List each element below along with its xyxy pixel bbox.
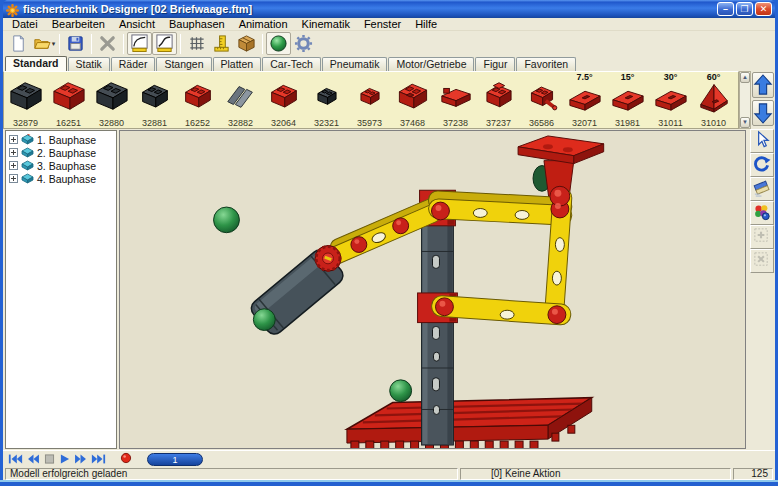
palette-part-31010[interactable]: 60°31010 [692,72,735,128]
tab-car-tech[interactable]: Car-Tech [262,57,321,71]
model-viewport-3d[interactable] [119,130,746,449]
open-folder-button[interactable]: ▾ [31,32,56,55]
settings-gear-button[interactable] [291,32,316,55]
title-bar[interactable]: fischertechnik Designer [02 Briefwaage.f… [3,0,775,18]
rotate-view-button[interactable] [750,153,774,177]
part-number: 31010 [701,118,726,128]
expand-plus-icon[interactable] [9,135,18,144]
grid-button[interactable] [184,32,209,55]
palette-part-32071[interactable]: 7.5°32071 [563,72,606,128]
palette-part-32881[interactable]: 32881 [133,72,176,128]
palette-part-32882[interactable]: 32882 [219,72,262,128]
menu-item-ansicht[interactable]: Ansicht [112,18,162,30]
base-plate[interactable] [347,398,592,448]
palette-scrollbar[interactable]: ▲ ▼ [739,71,751,129]
green-ball[interactable] [390,380,412,402]
palette-part-32880[interactable]: 32880 [90,72,133,128]
animation-curve2-button[interactable] [152,32,177,55]
tab-standard[interactable]: Standard [5,56,67,71]
tab-favoriten[interactable]: Favoriten [516,57,576,71]
palette-part-32879[interactable]: 32879 [4,72,47,128]
parts-palette: 3287916251328803288116252328823206432321… [3,71,739,129]
sidebar-item-bauphase-4[interactable]: 4. Bauphase [6,172,116,185]
part-number: 16252 [185,118,210,128]
color-palette-button[interactable] [750,201,774,225]
expand-plus-icon[interactable] [9,148,18,157]
animation-curve-button[interactable] [127,32,152,55]
palette-page-up-button[interactable] [752,72,774,98]
box-button[interactable] [234,32,259,55]
palette-part-31981[interactable]: 15°31981 [606,72,649,128]
grid-icon [187,34,206,53]
record-button[interactable] [119,452,133,466]
box-icon [237,34,256,53]
part-brick-icon [92,72,132,117]
build-phase-badge[interactable]: 1 [147,453,203,466]
palette-part-36586[interactable]: 36586 [520,72,563,128]
part-brick-icon [221,72,261,117]
palette-part-37238[interactable]: 37238 [434,72,477,128]
tab-figur[interactable]: Figur [475,57,515,71]
animation-curve2-icon [155,34,174,53]
tab-motor-getriebe[interactable]: Motor/Getriebe [388,57,474,71]
menu-item-datei[interactable]: Datei [5,18,45,30]
palette-part-16251[interactable]: 16251 [47,72,90,128]
skip-start-button[interactable] [7,452,24,466]
part-brick-icon [135,72,175,117]
palette-part-35973[interactable]: 35973 [348,72,391,128]
menu-item-animation[interactable]: Animation [232,18,295,30]
menu-item-bearbeiten[interactable]: Bearbeiten [45,18,112,30]
green-ball[interactable] [214,207,240,233]
tab-platten[interactable]: Platten [213,57,262,71]
palette-part-37468[interactable]: 37468 [391,72,434,128]
tab-statik[interactable]: Statik [68,57,110,71]
part-number: 32321 [314,118,339,128]
close-button[interactable]: ✕ [755,2,772,16]
tab-stangen[interactable]: Stangen [156,57,211,71]
scroll-up-icon[interactable]: ▲ [740,72,750,83]
step-back-button[interactable] [26,452,41,466]
palette-page-down-button[interactable] [752,100,774,126]
part-number: 31981 [615,118,640,128]
palette-part-32321[interactable]: 32321 [305,72,348,128]
new-document-button[interactable] [6,32,31,55]
toolbar-separator [180,34,181,54]
minimize-button[interactable]: – [717,2,734,16]
restore-button[interactable]: ❐ [736,2,753,16]
render-sphere-button[interactable] [266,32,291,55]
category-tabs: StandardStatikRäderStangenPlattenCar-Tec… [3,56,775,71]
pivot-gear[interactable] [315,246,341,272]
eraser-button[interactable] [750,177,774,201]
tab-pneumatik[interactable]: Pneumatik [322,57,388,71]
menu-item-bauphasen[interactable]: Bauphasen [162,18,232,30]
palette-part-31011[interactable]: 30°31011 [649,72,692,128]
green-ball[interactable] [253,309,275,331]
save-button[interactable] [63,32,88,55]
part-brick-icon [479,72,519,117]
menu-item-kinematik[interactable]: Kinematik [295,18,357,30]
tree-item-label: 2. Bauphase [37,147,96,159]
tab-r-der[interactable]: Räder [111,57,156,71]
menu-item-fenster[interactable]: Fenster [357,18,408,30]
select-pointer-button[interactable] [750,129,774,153]
play-button[interactable] [58,452,71,466]
part-number: 32882 [228,118,253,128]
stop-button [43,452,56,466]
palette-part-16252[interactable]: 16252 [176,72,219,128]
part-angle-label: 7.5° [563,72,606,82]
app-window: fischertechnik Designer [02 Briefwaage.f… [0,0,778,486]
status-counter: 125 [733,468,773,480]
expand-plus-icon[interactable] [9,161,18,170]
delete-button[interactable] [95,32,120,55]
scroll-down-icon[interactable]: ▼ [740,117,750,128]
tree-item-label: 1. Bauphase [37,134,96,146]
dropdown-arrow-icon[interactable]: ▾ [52,40,56,48]
step-forward-button[interactable] [73,452,88,466]
part-brick-icon [436,72,476,117]
menu-item-hilfe[interactable]: Hilfe [408,18,444,30]
ruler-button[interactable] [209,32,234,55]
palette-part-37237[interactable]: 37237 [477,72,520,128]
expand-plus-icon[interactable] [9,174,18,183]
skip-end-button[interactable] [90,452,107,466]
palette-part-32064[interactable]: 32064 [262,72,305,128]
